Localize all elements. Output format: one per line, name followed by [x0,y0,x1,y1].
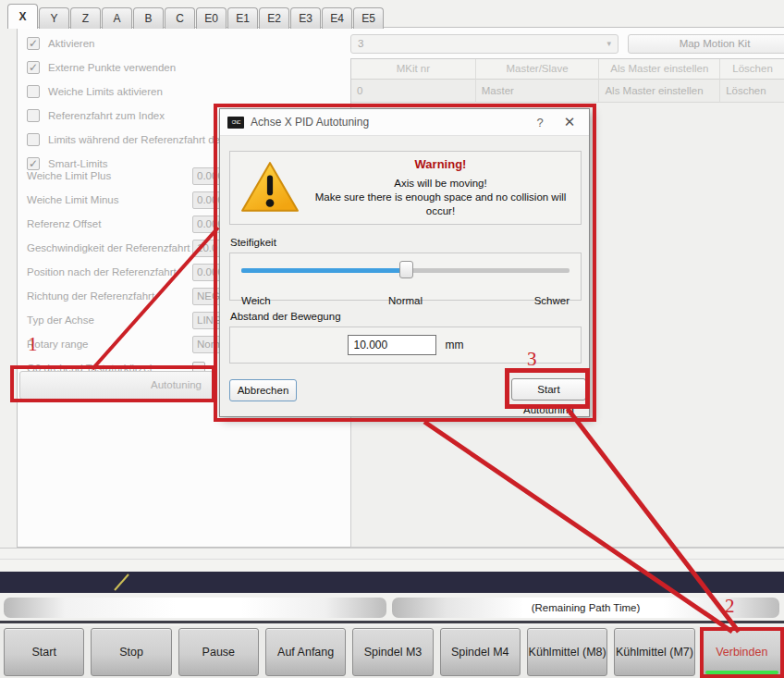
tab-e5[interactable]: E5 [353,7,384,29]
field-row-weiche-limit-plus: Weiche Limit Plus [27,166,251,185]
splitter-groove [0,559,784,560]
tab-y[interactable]: Y [39,7,69,29]
machine-toolbar: Start Stop Pause Auf Anfang Spindel M3 S… [0,626,784,678]
start-autotuning-button[interactable]: Start Autotuning [511,378,586,401]
field-label: Weiche Limit Minus [27,194,192,205]
distance-group: mm [229,327,582,364]
field-row-position-nach: Position nach der Referenzfahrt [27,263,251,281]
stiffness-label: Steifigkeit [230,237,276,248]
kuehlmittel-m8-button[interactable]: Kühlmittel (M8) [527,628,607,676]
tab-c[interactable]: C [165,7,195,29]
tab-b[interactable]: B [133,7,164,29]
motion-kit-dropdown[interactable]: 3 ▾ [350,34,619,54]
field-label: Rotary range [27,339,192,350]
toolpath-preview-strip [0,572,784,593]
checkbox-icon[interactable]: ✓ [27,37,40,50]
app-window: X Y Z A B C E0 E1 E2 E3 E4 E5 ✓ Aktivier… [0,0,784,678]
tab-x[interactable]: X [7,4,38,29]
checkbox-icon[interactable] [27,133,40,146]
kuehlmittel-m7-button[interactable]: Kühlmittel (M7) [614,628,694,676]
table-row[interactable]: 0 Master Als Master einstellen Löschen [351,80,784,103]
slider-handle[interactable] [399,261,413,278]
field-label: Referenz Offset [27,218,192,229]
remaining-path-time-label: (Remaining Path Time) [392,598,779,618]
spindel-m4-button[interactable]: Spindel M4 [440,628,521,676]
checkbox-row-externe-punkte[interactable]: ✓ Externe Punkte verwenden [27,60,176,75]
header-mkit-nr: MKit nr [351,59,476,80]
axis-tabbar: X Y Z A B C E0 E1 E2 E3 E4 E5 [7,4,385,29]
field-row-richtung: Richtung der Referenzfahrt [27,287,251,305]
app-logo-icon: CNC [227,117,244,129]
close-icon[interactable]: ✕ [554,114,585,130]
warning-title: Warning! [300,157,581,171]
auf-anfang-button[interactable]: Auf Anfang [265,628,346,676]
toolbar-divider [0,621,784,623]
dialog-titlebar[interactable]: CNC Achse X PID Autotuning ? ✕ [220,109,589,136]
help-icon[interactable]: ? [526,116,554,129]
tab-e4[interactable]: E4 [322,7,352,29]
cell-master-slave: Master [476,80,600,103]
warning-line-1: Axis will be moving! [300,177,581,191]
field-row-typ-der-achse: Typ der Achse [27,311,251,329]
checkbox-label: Externe Punkte verwenden [48,62,176,73]
tab-z[interactable]: Z [70,7,101,29]
distance-input[interactable] [348,335,436,355]
slider-fill [241,268,406,273]
field-label: Geschwindigkeit der Referenzfahrt [27,242,192,253]
warning-text: Warning! Axis will be moving! Make sure … [300,157,581,218]
connection-status-strip [705,671,778,674]
checkbox-label: Referenzfahrt zum Index [48,110,165,121]
spindel-m3-button[interactable]: Spindel M3 [352,628,433,676]
tab-e1[interactable]: E1 [227,7,258,29]
dropdown-value: 3 [358,38,363,49]
feed-progressbar [4,598,386,618]
field-row-geschwindigkeit: Geschwindigkeit der Referenzfahrt [27,239,251,257]
cell-als-master-button[interactable]: Als Master einstellen [599,80,720,103]
chevron-down-icon: ▾ [606,35,611,53]
dialog-title: Achse X PID Autotuning [251,116,526,129]
warning-triangle-icon [239,160,300,216]
distance-unit-label: mm [446,339,464,351]
table-header-row: MKit nr Master/Slave Als Master einstell… [351,59,784,80]
start-button[interactable]: Start [4,628,84,676]
field-label: Position nach der Referenzfahrt [27,266,192,277]
tab-e0[interactable]: E0 [196,7,227,29]
checkbox-icon[interactable] [27,85,40,98]
header-als-master: Als Master einstellen [599,59,720,80]
field-label: Typ der Achse [27,314,192,326]
tab-e3[interactable]: E3 [290,7,321,29]
checkbox-row-referenzfahrt-index[interactable]: Referenzfahrt zum Index [27,108,165,123]
tab-a[interactable]: A [102,7,132,29]
abbrechen-button[interactable]: Abbrechen [229,379,297,401]
field-label: Richtung der Referenzfahrt [27,290,192,302]
splitter[interactable] [0,548,784,572]
checkbox-label: Aktivieren [48,38,95,49]
map-motion-kit-button[interactable]: Map Motion Kit [628,34,784,54]
checkbox-row-aktivieren[interactable]: ✓ Aktivieren [27,36,95,51]
cell-mkit-nr: 0 [351,80,476,103]
verbinden-label: Verbinden [716,646,767,659]
pid-autotuning-dialog: CNC Achse X PID Autotuning ? ✕ Warning! … [219,108,590,417]
pause-button[interactable]: Pause [178,628,259,676]
distance-label: Abstand der Bewegung [230,311,341,322]
checkbox-icon[interactable] [27,109,40,122]
tab-e2[interactable]: E2 [259,7,289,29]
stop-button[interactable]: Stop [91,628,171,676]
cell-loeschen-button[interactable]: Löschen [720,80,784,103]
verbinden-button[interactable]: Verbinden [702,628,782,676]
autotuning-button[interactable]: Autotuning [19,371,214,400]
slider-label-schwer: Schwer [534,295,570,306]
stiffness-slider-group: Weich Normal Schwer [229,253,582,301]
checkbox-icon[interactable]: ✓ [27,61,40,74]
warning-line-2: Make sure there is enough space and no c… [300,191,581,218]
field-label: Weiche Limit Plus [27,170,192,181]
field-row-rotary-range: Rotary range [27,335,251,353]
slider-label-normal: Normal [241,295,570,306]
header-loeschen: Löschen [720,59,784,80]
remaining-time-progressbar: (Remaining Path Time) [392,598,779,618]
header-master-slave: Master/Slave [476,59,600,80]
field-row-weiche-limit-minus: Weiche Limit Minus [27,191,251,209]
warning-box: Warning! Axis will be moving! Make sure … [229,151,582,225]
checkbox-label: Weiche Limits aktivieren [48,86,163,97]
checkbox-row-weiche-limits[interactable]: Weiche Limits aktivieren [27,84,163,99]
